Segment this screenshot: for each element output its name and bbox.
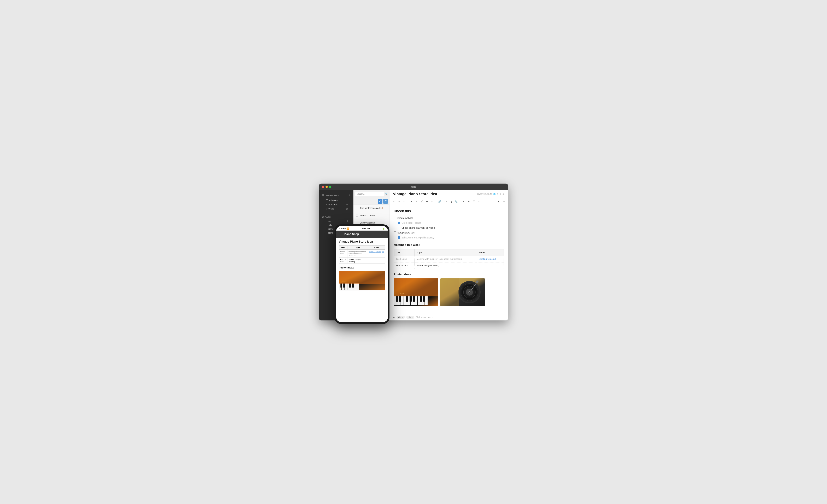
phone-back-button[interactable]: ← xyxy=(339,232,342,236)
svg-rect-17 xyxy=(423,296,425,302)
more-insert-button[interactable]: ··· xyxy=(477,199,481,204)
personal-arrow-icon: ▶ xyxy=(326,204,327,205)
phone-nav-title: Piano Shop xyxy=(344,233,377,236)
new-note-button[interactable]: ✓ xyxy=(378,199,382,204)
tag-chip-store[interactable]: store xyxy=(406,316,415,319)
phone-nav-icons: ▼ ⋮ xyxy=(379,233,385,236)
notebook-icon: 📓 xyxy=(322,194,325,196)
check-payment-box[interactable] xyxy=(398,226,400,229)
piano-image: Piano xyxy=(394,279,438,306)
globe-icon: 🌐 xyxy=(493,193,496,195)
code-block-button[interactable]: { } xyxy=(449,199,453,204)
phone-table-header-notes: Notes xyxy=(368,246,385,250)
svg-text:Piano: Piano xyxy=(399,292,404,294)
tag-label-icon: 🏷 xyxy=(393,316,395,318)
highlight-button[interactable]: 🖊 xyxy=(420,199,424,204)
attach-button[interactable]: 📎 xyxy=(454,199,458,204)
svg-rect-11 xyxy=(396,296,398,302)
strikethrough-button[interactable]: S xyxy=(425,199,429,204)
phone-menu-icon[interactable]: ⋮ xyxy=(383,233,385,236)
link-button[interactable]: 🔗 xyxy=(437,199,442,204)
titlebar-buttons xyxy=(322,186,331,188)
code-inline-button[interactable]: </> xyxy=(443,199,448,204)
search-input[interactable] xyxy=(355,192,384,196)
check-ads-box[interactable] xyxy=(394,232,396,234)
editor-header: Vintage Piano Store idea 03/06/2021 16:4… xyxy=(389,190,508,198)
bold-button[interactable]: B xyxy=(409,199,414,204)
note-list-toolbar: ✓ ☰ xyxy=(353,198,389,204)
editor-content: Check this Create website ✓ Get a logo -… xyxy=(389,205,508,314)
note-title-deploy: Deploy website xyxy=(359,221,375,224)
check-ads-label: Setup a few ads xyxy=(397,231,415,235)
check-payment-label: Check online payment services xyxy=(401,226,435,230)
nav-forward-button[interactable]: → xyxy=(397,199,401,204)
maximize-button[interactable] xyxy=(329,186,331,188)
table-header-topic: Topic xyxy=(415,249,477,256)
view-split-button[interactable]: ⊞ xyxy=(496,199,501,204)
svg-point-28 xyxy=(476,281,479,283)
search-icon[interactable]: 🔍 xyxy=(385,193,388,195)
sidebar-item-work[interactable]: ▶ Work 14 xyxy=(322,207,351,211)
list-bullet-button[interactable]: ≡ xyxy=(461,199,466,204)
info-icon[interactable]: ⓘ xyxy=(502,193,504,195)
meetings-table: Day Topic Notes Tue 8 June Meeting with … xyxy=(394,249,504,269)
editor-toolbar: ← → ⤢ B I 🖊 S ··· 🔗 </> { } 📎 ≡ ≡ xyxy=(389,198,508,205)
view-edit-button[interactable]: ✏ xyxy=(501,199,506,204)
editor-date: 03/06/2021 16:49 xyxy=(477,193,492,195)
check-logo-label: Get a logo - done! xyxy=(401,221,421,225)
phone-table-header-day: Day xyxy=(339,246,347,250)
add-tag-button[interactable]: Click to add tags... xyxy=(416,316,433,318)
note-title-conference: 8am conference call 📋 xyxy=(359,207,383,210)
phone-status-bar: Carrier 📶 6:38 PM 🔋 xyxy=(336,226,388,231)
check-schedule-label: Schedule meeting with agency xyxy=(401,236,434,240)
tag-icon: 🏷 xyxy=(322,216,324,218)
editor-lang: fr xyxy=(497,193,498,195)
phone-note-title: Vintage Piano Store Idea xyxy=(339,240,385,243)
table-cell-topic-1: Meeting with supplier - ask about that d… xyxy=(415,256,477,262)
phone-meeting-notes-link[interactable]: MeetingNotes.pdf xyxy=(370,250,384,253)
phone-status-right: 🔋 xyxy=(383,228,385,230)
sidebar-item-personal[interactable]: ▶ Personal 13 xyxy=(322,202,351,207)
list-check-button[interactable]: ☑ xyxy=(472,199,476,204)
svg-rect-12 xyxy=(399,296,401,302)
svg-rect-16 xyxy=(420,296,422,302)
nav-back-button[interactable]: ← xyxy=(392,199,396,204)
work-arrow-icon: ▶ xyxy=(326,208,327,210)
check-schedule-box[interactable]: ✓ xyxy=(398,236,400,239)
phone-time: 6:38 PM xyxy=(362,228,370,230)
phone-content: Vintage Piano Store Idea Day Topic Notes xyxy=(336,238,388,322)
phone-sort-icon[interactable]: ▼ xyxy=(379,233,381,236)
svg-rect-14 xyxy=(409,296,411,302)
check-create-website-box[interactable] xyxy=(394,217,396,219)
italic-button[interactable]: I xyxy=(415,199,419,204)
external-link-button[interactable]: ⤢ xyxy=(402,199,406,204)
tag-chip-piano[interactable]: piano xyxy=(396,316,405,319)
tag-item-car[interactable]: car 1 xyxy=(322,219,351,223)
view-toggle-button[interactable]: ☰ xyxy=(383,199,388,204)
phone-meetings-table: Day Topic Notes Tue 8 June Meeting with … xyxy=(339,246,385,264)
check-ads: Setup a few ads xyxy=(394,231,504,235)
tags-header: 🏷 TAGS xyxy=(322,216,351,218)
more-format-button[interactable]: ··· xyxy=(430,199,434,204)
sidebar-item-allnotes[interactable]: ☰ All notes xyxy=(322,198,351,202)
battery-icon: 🔋 xyxy=(383,228,385,230)
vinyl-image xyxy=(440,279,485,306)
add-notebook-button[interactable]: + xyxy=(349,194,351,197)
mobile-phone-wrapper: Carrier 📶 6:38 PM 🔋 ← Piano Shop ▼ ⋮ xyxy=(335,224,389,324)
table-cell-topic-2: Interior design meeting xyxy=(415,262,477,269)
meeting-notes-link[interactable]: MeetingNotes.pdf xyxy=(479,258,496,260)
phone-table-header-topic: Topic xyxy=(347,246,368,250)
phone-table-topic-2: Interior design meeting xyxy=(347,258,368,264)
list-ordered-button[interactable]: ≡ xyxy=(467,199,471,204)
minimize-button[interactable] xyxy=(326,186,328,188)
close-button[interactable] xyxy=(322,186,324,188)
section-poster-title: Poster ideas xyxy=(394,272,504,277)
check-logo: ✓ Get a logo - done! xyxy=(394,221,504,225)
note-item-conference[interactable]: 8am conference call 📋 xyxy=(353,204,389,212)
check-logo-box[interactable]: ✓ xyxy=(398,222,400,224)
table-cell-notes-2 xyxy=(477,262,504,269)
note-item-hire[interactable]: Hire accountant xyxy=(353,212,389,219)
table-cell-day-2: Thu 10 June xyxy=(394,262,415,269)
export-icon[interactable]: ⊞ xyxy=(500,193,501,195)
phone-table-day-1: Tue 8 June xyxy=(339,250,347,258)
